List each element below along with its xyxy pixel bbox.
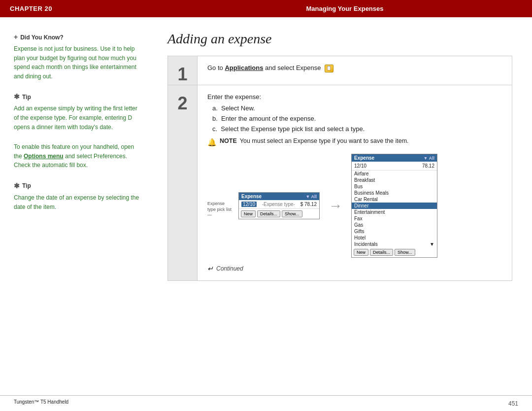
step-1-text: Go to Applications and select Expense 📋 bbox=[207, 64, 502, 72]
list-car-rental: Car Rental bbox=[352, 196, 437, 203]
sidebar: + Did You Know? Expense is not just for … bbox=[0, 17, 158, 395]
arrow-icon: → bbox=[329, 198, 342, 214]
sidebar-tip2: To enable this feature on your handheld,… bbox=[14, 142, 144, 170]
tip1-heading: ✱ Tip bbox=[14, 92, 144, 102]
right-header: Expense ▼ All bbox=[352, 154, 437, 162]
chapter-label: CHAPTER 20 bbox=[10, 5, 167, 12]
page-title: Adding an expense bbox=[167, 31, 512, 47]
asterisk-icon2: ✱ bbox=[14, 181, 20, 191]
left-details-btn[interactable]: Details... bbox=[257, 210, 280, 217]
screenshot-left: Expense ▼ All 12/10 -Expense type- $ 78.… bbox=[238, 192, 320, 219]
sidebar-tip1: ✱ Tip Add an expense simply by writing t… bbox=[14, 92, 144, 132]
step-number-1: 1 bbox=[168, 56, 198, 85]
tip2-text: To enable this feature on your handheld,… bbox=[14, 142, 144, 170]
page-footer: Tungsten™ T5 Handheld 451 bbox=[0, 395, 532, 411]
expense-list: Airfare Breakfast Bus Business Meals Car… bbox=[352, 171, 437, 247]
asterisk-icon1: ✱ bbox=[14, 92, 20, 102]
note-label: NOTE bbox=[220, 137, 237, 144]
right-show-btn[interactable]: Show... bbox=[395, 249, 415, 256]
page-body: + Did You Know? Expense is not just for … bbox=[0, 17, 532, 395]
left-show-btn[interactable]: Show... bbox=[282, 210, 302, 217]
pick-list-label: Expense type pick list— bbox=[207, 201, 234, 218]
list-breakfast: Breakfast bbox=[352, 177, 437, 183]
step-1-content: Go to Applications and select Expense 📋 bbox=[198, 56, 512, 85]
applications-link: Applications bbox=[225, 64, 263, 71]
note-box: 🔔 NOTE You must select an Expense type i… bbox=[207, 137, 502, 147]
list-gas: Gas bbox=[352, 222, 437, 228]
tip1-text: Add an expense simply by writing the fir… bbox=[14, 104, 144, 132]
list-gifts: Gifts bbox=[352, 228, 437, 235]
continued-icon: ↵ bbox=[207, 265, 213, 273]
step-2c: c. Select the Expense type pick list and… bbox=[212, 125, 502, 133]
header-title: Managing Your Expenses bbox=[167, 5, 522, 12]
left-data-row: 12/10 -Expense type- $ 78.12 bbox=[239, 200, 319, 209]
footer-page: 451 bbox=[508, 400, 518, 407]
main-content: Adding an expense 1 Go to Applications a… bbox=[158, 17, 532, 395]
continued-text: Continued bbox=[216, 265, 243, 272]
continued: ↵ Continued bbox=[207, 265, 502, 273]
date-box: 12/10 bbox=[241, 202, 257, 207]
list-hotel: Hotel bbox=[352, 235, 437, 241]
right-buttons: New Details... Show... bbox=[352, 247, 437, 257]
left-screenshot-wrapper: Expense type pick list— Expense ▼ All 12… bbox=[207, 192, 320, 219]
step-2b: b. Enter the amount of the expense. bbox=[212, 115, 502, 122]
steps-box: 1 Go to Applications and select Expense … bbox=[167, 56, 512, 281]
tip3-heading: ✱ Tip bbox=[14, 181, 144, 191]
footer-brand: Tungsten™ T5 Handheld bbox=[14, 399, 68, 408]
list-fax: Fax bbox=[352, 215, 437, 222]
step-1: 1 Go to Applications and select Expense … bbox=[168, 56, 512, 85]
screenshot-right: Expense ▼ All 12/10 78.12 Airfare Breakf… bbox=[351, 154, 437, 258]
list-airfare: Airfare bbox=[352, 171, 437, 177]
right-top-row: 12/10 78.12 bbox=[352, 162, 437, 171]
sidebar-tip3: ✱ Tip Change the date of an expense by s… bbox=[14, 181, 144, 211]
list-entertainment: Entertainment bbox=[352, 209, 437, 215]
step-2-intro: Enter the expense: bbox=[207, 93, 502, 101]
options-menu-link[interactable]: Options menu bbox=[24, 153, 64, 160]
plus-icon: + bbox=[14, 32, 18, 42]
list-incidentals: Incidentals ▼ bbox=[352, 241, 437, 247]
list-bus: Bus bbox=[352, 183, 437, 190]
screenshots-row: Expense type pick list— Expense ▼ All 12… bbox=[207, 154, 502, 258]
note-icon: 🔔 bbox=[207, 138, 217, 147]
expense-icon: 📋 bbox=[325, 65, 333, 72]
list-business-meals: Business Meals bbox=[352, 190, 437, 196]
step-2: 2 Enter the expense: a. Select New. b. E… bbox=[168, 85, 512, 280]
sidebar-did-you-know: + Did You Know? Expense is not just for … bbox=[14, 32, 144, 81]
tip3-text: Change the date of an expense by selecti… bbox=[14, 193, 144, 211]
list-dinner: Dinner bbox=[352, 203, 437, 209]
page-header: CHAPTER 20 Managing Your Expenses bbox=[0, 0, 532, 17]
did-you-know-heading: + Did You Know? bbox=[14, 32, 144, 42]
step-2-content: Enter the expense: a. Select New. b. Ent… bbox=[198, 85, 512, 280]
left-header: Expense ▼ All bbox=[239, 193, 319, 200]
note-text: You must select an Expense type if you w… bbox=[240, 137, 409, 144]
did-you-know-text: Expense is not just for business. Use it… bbox=[14, 44, 144, 81]
left-buttons: New Details... Show... bbox=[239, 209, 319, 219]
right-details-btn[interactable]: Details... bbox=[370, 249, 393, 256]
step-number-2: 2 bbox=[168, 85, 198, 280]
step-2a: a. Select New. bbox=[212, 104, 502, 112]
right-new-btn[interactable]: New bbox=[354, 249, 368, 256]
left-new-btn[interactable]: New bbox=[241, 210, 256, 217]
